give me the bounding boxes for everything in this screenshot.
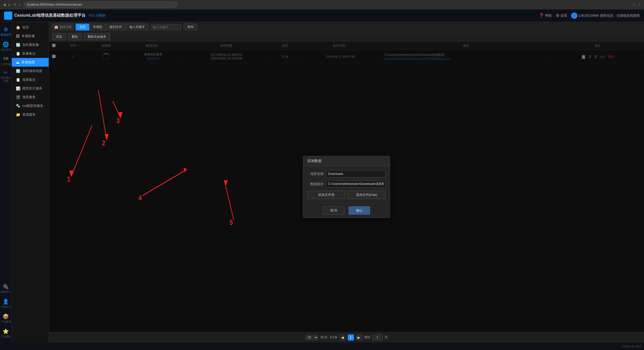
realtime-image-icon: 🔄 [16, 43, 20, 47]
sidebar-item-cut-tile[interactable]: ✂ 瓦片切片可视 [1, 69, 11, 83]
date-placeholder: 选择日期 [59, 25, 71, 29]
goto-label: 跳转 [364, 335, 370, 339]
nav-item-realtime-image[interactable]: 🔄 实时量影像 [12, 41, 49, 49]
browser-star-icon[interactable]: ☆ [632, 2, 636, 7]
terrain-merge-icon: 📋 [16, 78, 20, 82]
settings-button[interactable]: ⚙ 设置 [556, 13, 567, 18]
prev-page-button[interactable]: ◀ [340, 334, 346, 341]
calendar-icon: 📅 [54, 25, 58, 29]
data-path-input[interactable] [326, 181, 386, 188]
sidebar-item-distribute[interactable]: 🌐 分发发布 [1, 39, 11, 53]
product-icon: 📦 [3, 313, 9, 319]
delete-invalid-button[interactable]: 删除无效服务 [84, 33, 110, 40]
lod-model-icon: 🔩 [16, 104, 20, 108]
three-view-icon: 🗺 [3, 56, 8, 62]
distribute-label: 分发发布 [1, 48, 11, 51]
nav-home-label: 首页 [22, 25, 29, 30]
nav-item-terrain-merge[interactable]: 📋 地形集合 [12, 75, 49, 84]
per-page-label: 条/页 [320, 335, 327, 339]
user-avatar: 👤 [571, 13, 577, 19]
nav-item-model-tile[interactable]: 📊 模型切片服务 [12, 84, 49, 93]
sidebar-item-three-view[interactable]: 🗺 三维可视 [1, 54, 11, 68]
add-data-modal: 添加数据 地形名称 数据路径 添加文件夹 添加文件(P [303, 156, 390, 218]
modal-body: 地形名称 数据路径 添加文件夹 添加文件(Pak) [303, 166, 390, 203]
home-icon: 🏠 [16, 25, 20, 29]
sidebar-item-product[interactable]: 📦 产品体系 [1, 311, 11, 325]
nav-item-resource[interactable]: 📁 资源服务 [12, 110, 49, 119]
app-title: CesiumLab地理信息基础数据处理平台 [14, 13, 86, 18]
address-bar[interactable]: localhost:9003/index.html#/server/terrai… [24, 2, 177, 8]
settings-icon: ⚙ [556, 13, 559, 18]
refresh-button[interactable]: ↺ [13, 3, 16, 6]
realtime-terrain-icon: 🔄 [16, 69, 20, 73]
date-picker[interactable]: 📅 选择日期 [52, 24, 74, 31]
developer-label: 开发人员 [1, 305, 11, 308]
content-area: 📅 选择日期 全部 常规型 散列文件 输入关键字 查询 添加 删除 删除无效服务 [49, 22, 644, 342]
forward-button[interactable]: ▶ [8, 3, 11, 6]
cut-tile-label: 瓦片切片可视 [1, 76, 11, 83]
page-size-select[interactable]: 20 50 100 [305, 335, 318, 340]
form-row-terrain-name: 地形名称 [307, 170, 386, 177]
filter-tab-scatter[interactable]: 散列文件 [106, 24, 126, 31]
nav-item-normal-image[interactable]: 🖼 常规影像 [12, 32, 49, 41]
sidebar-item-developer[interactable]: 👤 开发人员 [1, 296, 11, 311]
status-bar: CSDN @ 1993 [0, 342, 644, 350]
browser-actions: ☆ ⋮ [632, 2, 641, 7]
modal-header: 添加数据 [303, 156, 390, 166]
nav-item-image-merge[interactable]: 📋 影像集合 [12, 49, 49, 58]
back-button[interactable]: ◀ [3, 3, 6, 6]
toolbar: 📅 选择日期 全部 常规型 散列文件 输入关键字 查询 [49, 22, 644, 32]
filter-tab-all[interactable]: 全部 [76, 24, 89, 31]
feedback-icon: ⭐ [3, 328, 9, 334]
add-folder-button[interactable]: 添加文件夹 [307, 191, 345, 199]
home-button[interactable]: ⌂ [18, 3, 22, 6]
nav-item-home[interactable]: 🏠 首页 [12, 23, 49, 32]
total-label: 共1条 [330, 335, 338, 339]
browser-controls: ◀ ▶ ↺ ⌂ [3, 3, 22, 6]
data-path-label: 数据路径 [307, 182, 324, 186]
modal-title: 添加数据 [307, 159, 322, 163]
logo-icon: 🌐 [4, 12, 12, 20]
app-logo: 🌐 CesiumLab地理信息基础数据处理平台 V3.1.10最新 [4, 12, 106, 20]
auth-label: 授权信息：扫描端在线授权 [600, 13, 640, 18]
nav-image-merge-label: 影像集合 [22, 51, 36, 56]
nav-sidebar: 🏠 首页 🖼 常规影像 🔄 实时量影像 📋 影像集合 ⛰ 常规地形 🔄 实时储存… [12, 22, 49, 342]
nav-normal-image-label: 常规影像 [22, 34, 35, 38]
help-button[interactable]: ❓ 帮助 [539, 13, 552, 18]
sidebar-bottom: 🔌 插件中心 👤 开发人员 📦 产品体系 ⭐ 产品评价 [1, 281, 11, 342]
nav-item-normal-terrain[interactable]: ⛰ 常规地形 [12, 58, 49, 67]
sidebar-item-data-process[interactable]: ⚙ 数据处理 [1, 24, 11, 38]
nav-item-scene[interactable]: 🎬 场景服务 [12, 93, 49, 102]
nav-normal-terrain-label: 常规地形 [22, 60, 35, 65]
nav-realtime-terrain-label: 实时储存地形 [22, 69, 42, 73]
filter-tab-keyword[interactable]: 输入关键字 [126, 24, 149, 31]
browser-menu-icon[interactable]: ⋮ [637, 2, 641, 7]
add-button[interactable]: 添加 [52, 33, 66, 40]
filter-tab-normal[interactable]: 常规型 [89, 24, 106, 31]
confirm-button[interactable]: 确认 [349, 206, 370, 215]
data-process-icon: ⚙ [4, 26, 8, 33]
developer-icon: 👤 [3, 298, 9, 305]
model-tile-icon: 📊 [16, 86, 20, 91]
nav-item-lod-model[interactable]: 🔩 lod模型库服务 [12, 102, 49, 110]
terrain-name-input[interactable] [326, 170, 386, 177]
pagination: 20 50 100 条/页 共1条 ◀ 1 ▶ 跳转 页 [49, 332, 644, 342]
image-merge-icon: 📋 [16, 52, 20, 56]
table-container: 序号 缩略图 数据名称 ↕ 地理范围 级别 发布日期 ↕ 路径 操作 [49, 42, 644, 332]
page-jump-input[interactable] [372, 334, 383, 341]
sidebar-item-feedback[interactable]: ⭐ 产品评价 [1, 326, 11, 340]
app-header: 🌐 CesiumLab地理信息基础数据处理平台 V3.1.10最新 ❓ 帮助 ⚙… [0, 9, 644, 22]
sidebar-item-plugin[interactable]: 🔌 插件中心 [1, 281, 11, 296]
next-page-button[interactable]: ▶ [356, 334, 362, 341]
form-row-data-path: 数据路径 [307, 181, 386, 188]
nav-realtime-image-label: 实时量影像 [22, 43, 39, 47]
add-pak-button[interactable]: 添加文件(Pak) [347, 191, 386, 199]
search-input[interactable] [151, 24, 181, 30]
cancel-button[interactable]: 取消 [323, 206, 344, 215]
page-1-button[interactable]: 1 [348, 334, 354, 341]
cut-tile-icon: ✂ [4, 69, 8, 76]
nav-model-tile-label: 模型切片服务 [22, 86, 42, 91]
delete-button[interactable]: 删除 [68, 33, 82, 40]
search-button[interactable]: 查询 [183, 24, 197, 31]
nav-item-realtime-terrain[interactable]: 🔄 实时储存地形 [12, 67, 49, 75]
